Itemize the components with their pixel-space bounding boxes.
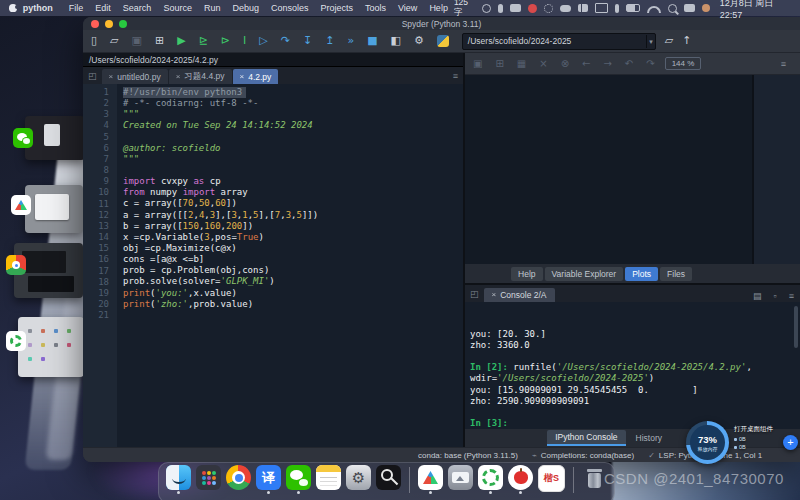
menu-source[interactable]: Source xyxy=(163,3,192,13)
open-file-icon[interactable]: ▱ xyxy=(110,31,118,51)
plots-content-area[interactable] xyxy=(465,75,800,264)
run-selection-icon[interactable]: I xyxy=(243,31,246,51)
spotlight-icon[interactable] xyxy=(668,4,677,13)
next-plot-icon[interactable]: → xyxy=(603,58,611,69)
close-tab-icon[interactable] xyxy=(492,290,497,299)
settings-dock-icon-wrap[interactable]: ⚙ xyxy=(346,465,371,490)
preferences-wrench-icon[interactable]: ⚙ xyxy=(414,31,424,51)
cloud-icon[interactable] xyxy=(560,5,571,12)
menu-clock[interactable]: 12月8日 周日 22:57 xyxy=(720,0,792,20)
chrome-dock-icon[interactable] xyxy=(226,465,251,490)
plots-zoom-level[interactable]: 144 % xyxy=(665,57,702,70)
netdisk-dock-icon[interactable] xyxy=(418,465,443,490)
gallery-dock-icon[interactable] xyxy=(448,465,473,490)
save-plot-icon[interactable]: ▣ xyxy=(473,58,482,69)
menu-tools[interactable]: Tools xyxy=(365,3,386,13)
launchpad-dock-icon[interactable] xyxy=(196,465,221,490)
chevron-down-icon[interactable]: ▾ xyxy=(646,35,655,48)
focus-icon[interactable] xyxy=(702,4,710,12)
menu-edit[interactable]: Edit xyxy=(95,3,111,13)
tab-variable-explorer[interactable]: Variable Explorer xyxy=(545,267,624,281)
save-all-plots-icon[interactable]: ⊞ xyxy=(495,58,503,69)
ks-app-dock-icon[interactable]: 楷S xyxy=(538,465,565,492)
red-apple-dock-icon-wrap[interactable] xyxy=(508,465,533,494)
input-source-icon[interactable] xyxy=(482,4,491,13)
step-out-icon[interactable]: ↥ xyxy=(325,31,334,51)
remove-all-plots-icon[interactable]: ⊗ xyxy=(561,58,569,69)
wifi-icon[interactable] xyxy=(647,6,661,13)
stage-window-greenring[interactable] xyxy=(18,317,84,377)
screen-record-icon[interactable] xyxy=(528,4,537,13)
conda-env-status[interactable]: conda: base (Python 3.11.5) xyxy=(418,451,518,460)
tab-plots[interactable]: Plots xyxy=(625,267,658,281)
save-icon[interactable]: ▣ xyxy=(132,31,142,51)
menu-debug[interactable]: Debug xyxy=(232,3,259,13)
finder-dock-icon-wrap[interactable] xyxy=(166,465,191,494)
zoom-out-plot-icon[interactable]: ↷ xyxy=(646,58,654,69)
stage-window-chrome[interactable] xyxy=(14,243,83,298)
stage-manager-icon[interactable] xyxy=(578,4,588,12)
finder-dock-icon[interactable] xyxy=(166,465,191,490)
tab-files[interactable]: Files xyxy=(660,267,692,281)
code-editor[interactable]: 123456789101112131415161718192021 #!/usr… xyxy=(83,84,463,447)
tab-console-2a[interactable]: Console 2/A xyxy=(484,288,555,302)
plots-options-menu-icon[interactable]: ≡ xyxy=(775,59,792,69)
tab-4.2.py[interactable]: 4.2.py xyxy=(233,69,279,84)
debug-file-icon[interactable]: ▷ xyxy=(259,31,267,51)
save-all-icon[interactable]: ⊞ xyxy=(155,31,164,51)
active-app-menu[interactable]: python xyxy=(23,3,53,13)
screen-mirroring-icon[interactable] xyxy=(595,3,608,13)
panes-layout-icon[interactable]: ◧ xyxy=(391,31,401,51)
stage-window-netdisk[interactable] xyxy=(25,185,83,233)
console-scrollbar[interactable] xyxy=(794,306,798,348)
menu-help[interactable]: Help xyxy=(429,3,448,13)
editor-options-menu-icon[interactable]: ≡ xyxy=(448,68,463,84)
working-directory-combobox[interactable]: /Users/scofieldo/2024-2025 ▾ xyxy=(462,33,656,50)
close-tab-icon[interactable] xyxy=(109,72,114,81)
add-widget-button[interactable]: + xyxy=(783,435,798,450)
parent-directory-icon[interactable]: ↑ xyxy=(682,31,691,51)
gallery-dock-icon-wrap[interactable] xyxy=(448,465,473,490)
run-file-icon[interactable]: ▶ xyxy=(177,31,185,51)
remove-plot-icon[interactable]: × xyxy=(539,58,547,69)
tab-ipython-console[interactable]: IPython Console xyxy=(547,430,625,446)
tab-history[interactable]: History xyxy=(628,431,670,445)
run-cell-advance-icon[interactable]: ⊳ xyxy=(221,31,230,51)
menu-run[interactable]: Run xyxy=(204,3,221,13)
close-tab-icon[interactable] xyxy=(240,72,245,81)
stage-window-wechat[interactable] xyxy=(25,116,85,160)
completions-status[interactable]: Completions: conda(base) xyxy=(541,451,634,460)
green-ring-dock-icon[interactable] xyxy=(478,465,503,490)
notes-dock-icon-wrap[interactable] xyxy=(316,465,341,490)
memory-cleaner-widget[interactable]: 73% 释放内存 打开桌面组件 0B 0B + xyxy=(686,421,800,466)
green-ring-dock-icon-wrap[interactable] xyxy=(478,465,503,494)
memory-gauge[interactable]: 73% 释放内存 xyxy=(686,421,729,464)
mic-icon[interactable] xyxy=(498,4,503,13)
translate-dock-icon[interactable]: 译 xyxy=(256,465,281,490)
new-file-icon[interactable]: ▯ xyxy=(91,31,97,51)
menu-search[interactable]: Search xyxy=(123,3,152,13)
previous-plot-icon[interactable]: ← xyxy=(582,58,590,69)
wechat-dock-icon[interactable] xyxy=(286,465,311,490)
wechat-dock-icon-wrap[interactable] xyxy=(286,465,311,494)
step-into-icon[interactable]: ↧ xyxy=(303,31,312,51)
keyboard-icon[interactable] xyxy=(510,4,521,12)
continue-icon[interactable]: » xyxy=(347,31,354,51)
options-square-icon[interactable]: ▫ xyxy=(768,291,783,301)
console-output[interactable]: you: [20. 30.]zho: 3360.0 In [2]: runfil… xyxy=(465,302,800,429)
plots-thumbnail-strip[interactable] xyxy=(752,75,800,264)
python-env-icon[interactable] xyxy=(437,35,449,47)
netdisk-dock-icon-wrap[interactable] xyxy=(418,465,443,494)
copy-plot-icon[interactable]: ▦ xyxy=(517,58,526,69)
display-icon[interactable] xyxy=(684,4,695,12)
notes-dock-icon[interactable] xyxy=(316,465,341,490)
tab-help[interactable]: Help xyxy=(511,267,542,281)
red-apple-dock-icon[interactable] xyxy=(508,465,533,490)
browse-directory-icon[interactable]: ▱ xyxy=(665,31,673,51)
step-over-icon[interactable]: ↷ xyxy=(281,31,290,51)
hamburger-menu-icon[interactable]: ≡ xyxy=(783,291,800,301)
menu-projects[interactable]: Projects xyxy=(320,3,353,13)
battery-icon[interactable] xyxy=(626,4,640,12)
code-text[interactable]: #!/usr/bin/env python3# -*- codiarng: ut… xyxy=(117,84,463,447)
inspect-icon[interactable]: ▤ xyxy=(747,291,768,301)
